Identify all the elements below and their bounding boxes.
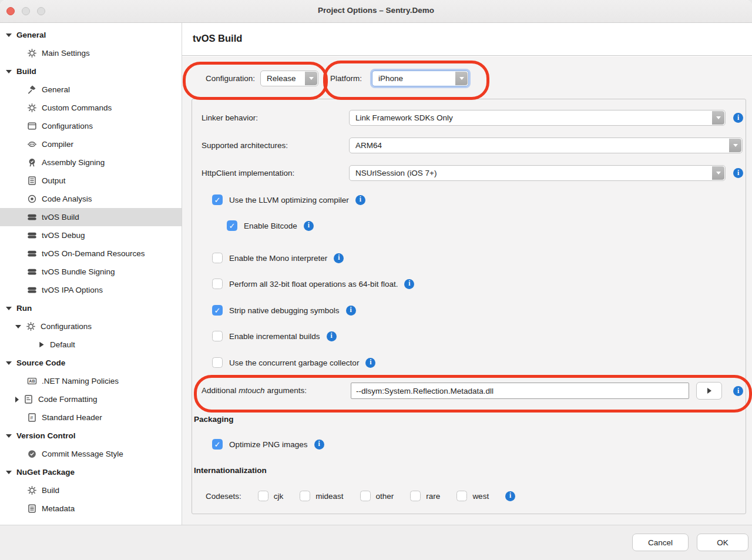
optimize-png-checkbox[interactable] — [212, 439, 223, 450]
options-sidebar: General Main Settings Build General Cust… — [0, 23, 182, 525]
sidebar-item-code-analysis[interactable]: Code Analysis — [0, 190, 182, 208]
chevron-down-icon — [6, 307, 12, 310]
sidebar-group-source-code[interactable]: Source Code — [0, 354, 182, 372]
chevron-down-icon — [6, 361, 12, 365]
sidebar-item-tvos-build[interactable]: tvOS Build — [0, 208, 182, 226]
play-icon — [38, 341, 45, 348]
httpclient-implementation-label: HttpClient implementation: — [202, 169, 294, 177]
linker-behavior-select[interactable]: Link Framework SDKs Only — [349, 110, 726, 126]
panel-header: tvOS Build — [182, 23, 752, 56]
packaging-section-title: Packaging — [194, 415, 234, 424]
codeset-other-checkbox[interactable] — [360, 491, 371, 501]
mtouch-expand-button[interactable] — [696, 382, 722, 400]
info-icon[interactable] — [304, 221, 314, 231]
platform-select[interactable]: iPhone — [372, 71, 469, 86]
platform-label: Platform: — [330, 74, 362, 83]
dropdown-arrow-icon[interactable] — [455, 72, 468, 85]
codeset-cjk-checkbox[interactable] — [258, 491, 268, 501]
configuration-label: Configuration: — [206, 74, 255, 83]
sidebar-item-main-settings[interactable]: Main Settings — [0, 44, 182, 62]
svg-text:#: # — [30, 415, 33, 421]
sidebar-item-tvos-bundle-signing[interactable]: tvOS Bundle Signing — [0, 263, 182, 281]
strip-debug-symbols-checkbox[interactable] — [212, 305, 223, 316]
float-64bit-checkbox[interactable] — [212, 279, 223, 289]
sidebar-item-net-naming-policies[interactable]: AB.NET Naming Policies — [0, 372, 182, 390]
info-icon[interactable] — [733, 113, 743, 123]
sidebar-item-nuget-build[interactable]: Build — [0, 481, 182, 499]
compiler-robot-icon — [27, 139, 37, 149]
cancel-button[interactable]: Cancel — [632, 534, 689, 551]
document-dash-icon — [24, 394, 33, 404]
enable-bitcode-checkbox[interactable] — [227, 220, 237, 231]
codeset-mideast-checkbox[interactable] — [300, 491, 310, 501]
sidebar-item-run-configurations[interactable]: Configurations — [0, 317, 182, 336]
checkbox-row: Optimize PNG images — [212, 438, 324, 450]
sidebar-group-general[interactable]: General — [0, 26, 182, 44]
sidebar-group-version-control[interactable]: Version Control — [0, 427, 182, 445]
concurrent-gc-checkbox[interactable] — [212, 357, 223, 368]
tvos-stack-icon — [27, 267, 37, 277]
info-icon[interactable] — [733, 168, 743, 178]
dropdown-arrow-icon[interactable] — [305, 72, 317, 85]
chevron-down-icon — [6, 70, 12, 73]
sidebar-item-tvos-on-demand-resources[interactable]: tvOS On-Demand Resources — [0, 244, 182, 263]
checkbox-row: Enable the Mono interpreter — [212, 252, 344, 264]
configuration-select[interactable]: Release — [260, 71, 318, 86]
sidebar-group-nuget-package[interactable]: NuGet Package — [0, 463, 182, 481]
checkbox-row: Strip native debugging symbols — [212, 304, 356, 316]
chevron-down-icon — [6, 471, 12, 474]
gear-icon — [27, 485, 37, 495]
sidebar-item-standard-header[interactable]: #Standard Header — [0, 408, 182, 427]
info-icon[interactable] — [404, 279, 414, 289]
codeset-west-checkbox[interactable] — [456, 491, 467, 501]
dropdown-arrow-icon[interactable] — [712, 111, 724, 125]
info-icon[interactable] — [346, 306, 356, 316]
supported-architectures-label: Supported architectures: — [202, 141, 288, 150]
sidebar-item-assembly-signing[interactable]: Assembly Signing — [0, 153, 182, 172]
supported-architectures-select[interactable]: ARM64 — [349, 138, 743, 153]
badge-check-icon — [27, 157, 37, 167]
info-icon[interactable] — [733, 386, 743, 396]
codeset-rare-checkbox[interactable] — [410, 491, 421, 501]
checkbox-row: Use the LLVM optimizing compiler — [212, 194, 365, 206]
sidebar-group-run[interactable]: Run — [0, 299, 182, 317]
hammer-icon — [27, 85, 37, 95]
llvm-compiler-checkbox[interactable] — [212, 195, 223, 205]
sidebar-item-run-default[interactable]: Default — [0, 336, 182, 354]
sidebar-item-commit-message-style[interactable]: Commit Message Style — [0, 445, 182, 463]
codesets-label: Codesets: — [206, 492, 241, 501]
project-options-window: Project Options – Sentry.Demo General Ma… — [0, 0, 752, 560]
sidebar-group-build[interactable]: Build — [0, 62, 182, 81]
ok-button[interactable]: OK — [697, 534, 748, 551]
document-lines-icon — [27, 176, 37, 186]
sidebar-item-compiler[interactable]: Compiler — [0, 135, 182, 153]
incremental-builds-checkbox[interactable] — [212, 331, 223, 341]
info-icon[interactable] — [355, 195, 365, 205]
sidebar-item-output[interactable]: Output — [0, 172, 182, 190]
dropdown-arrow-icon[interactable] — [712, 166, 724, 180]
info-icon[interactable] — [365, 358, 375, 368]
sidebar-item-custom-commands[interactable]: Custom Commands — [0, 99, 182, 117]
dropdown-arrow-icon[interactable] — [729, 139, 741, 152]
sidebar-item-configurations[interactable]: Configurations — [0, 117, 182, 135]
sidebar-item-nuget-metadata[interactable]: Metadata — [0, 499, 182, 518]
mtouch-arguments-label: Additionalmtoucharguments: — [202, 386, 307, 395]
mtouch-arguments-input[interactable] — [351, 383, 689, 399]
chevron-down-icon — [6, 33, 12, 37]
tvos-stack-icon — [27, 285, 37, 295]
sidebar-item-build-general[interactable]: General — [0, 81, 182, 99]
linker-behavior-label: Linker behavior: — [202, 113, 258, 122]
info-icon[interactable] — [505, 491, 515, 501]
sidebar-item-tvos-ipa-options[interactable]: tvOS IPA Options — [0, 281, 182, 299]
radio-dot-icon — [27, 194, 37, 204]
info-icon[interactable] — [327, 331, 337, 341]
gear-icon — [27, 48, 37, 58]
mono-interpreter-checkbox[interactable] — [212, 253, 223, 263]
info-icon[interactable] — [314, 440, 324, 450]
ab-box-icon: AB — [27, 376, 37, 386]
sidebar-item-code-formatting[interactable]: Code Formatting — [0, 390, 182, 408]
sidebar-item-tvos-debug[interactable]: tvOS Debug — [0, 226, 182, 244]
info-icon[interactable] — [334, 253, 344, 263]
checkbox-row: Use the concurrent garbage collector — [212, 357, 375, 368]
httpclient-implementation-select[interactable]: NSUrlSession (iOS 7+) — [349, 165, 726, 181]
